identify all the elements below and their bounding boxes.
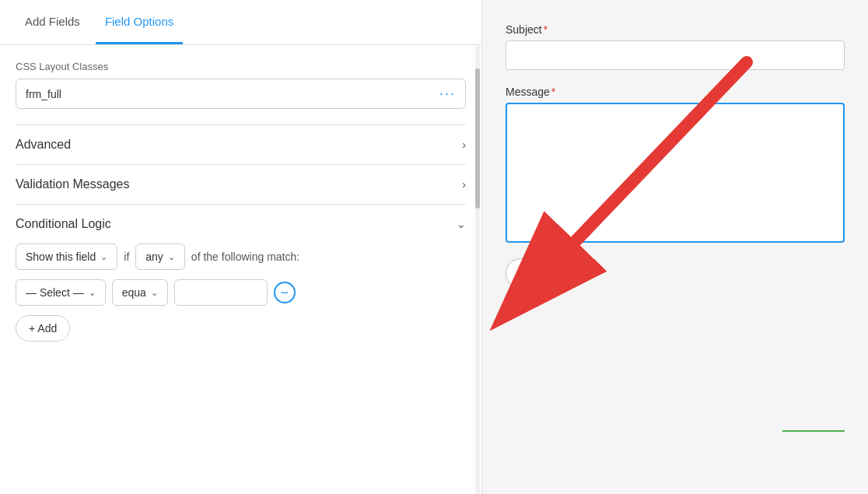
scrollbar-thumb [475, 68, 480, 208]
condition-value-input[interactable] [174, 279, 268, 306]
add-label: + Add [29, 322, 57, 335]
minus-icon: − [281, 286, 289, 300]
conditional-header: Conditional Logic ⌄ [16, 217, 466, 231]
add-condition-button[interactable]: + Add [16, 315, 70, 342]
css-section-label: CSS Layout Classes [16, 61, 466, 72]
any-dropdown[interactable]: any ⌄ [135, 243, 185, 270]
show-field-dropdown[interactable]: Show this field ⌄ [16, 243, 117, 270]
green-underline-decoration [782, 430, 845, 432]
conditional-row-1: Show this field ⌄ if any ⌄ of the follow… [16, 243, 466, 270]
conditional-logic-section: Conditional Logic ⌄ Show this field ⌄ if… [16, 204, 466, 342]
subject-required-star: * [544, 23, 548, 36]
chevron-down-any: ⌄ [168, 252, 175, 262]
conditional-row-2: — Select — ⌄ equa ⌄ − [16, 279, 466, 306]
subject-input[interactable] [506, 40, 845, 70]
select-dropdown[interactable]: — Select — ⌄ [16, 279, 106, 306]
message-label: Message* [506, 86, 845, 98]
left-panel: Add Fields Field Options CSS Layout Clas… [0, 0, 482, 494]
if-text: if [124, 251, 129, 263]
select-label: — Select — [26, 286, 84, 299]
chevron-down-select: ⌄ [89, 288, 96, 298]
red-arrow-annotation [482, 0, 868, 494]
remove-condition-button[interactable]: − [274, 282, 296, 303]
chevron-right-icon-validation: › [462, 178, 466, 191]
chevron-down-equals: ⌄ [151, 288, 158, 298]
any-label: any [145, 251, 163, 263]
accordion-validation[interactable]: Validation Messages › [16, 164, 466, 204]
tab-add-fields[interactable]: Add Fields [16, 1, 89, 44]
panel-content: CSS Layout Classes frm_full ··· Advanced… [0, 45, 481, 494]
equals-dropdown[interactable]: equa ⌄ [112, 279, 168, 306]
tab-field-options[interactable]: Field Options [96, 1, 183, 44]
conditional-logic-label: Conditional Logic [16, 217, 111, 231]
subject-field-group: Subject* [506, 23, 845, 70]
message-textarea[interactable] [506, 103, 845, 243]
equals-label: equa [122, 286, 146, 299]
dots-icon[interactable]: ··· [439, 86, 456, 102]
validation-label: Validation Messages [16, 177, 129, 191]
tabs-bar: Add Fields Field Options [0, 0, 481, 45]
css-input-value: frm_full [26, 88, 439, 100]
chevron-down-icon-conditional[interactable]: ⌄ [457, 218, 466, 230]
message-required-star: * [551, 86, 555, 98]
advanced-label: Advanced [16, 138, 71, 152]
match-text: of the following match: [191, 251, 299, 263]
scrollbar[interactable] [475, 45, 480, 494]
chevron-right-icon-advanced: › [462, 138, 466, 151]
chevron-down-show-field: ⌄ [100, 252, 107, 262]
accordion-advanced[interactable]: Advanced › [16, 124, 466, 164]
subject-label: Subject* [506, 23, 845, 36]
show-field-label: Show this field [26, 251, 96, 263]
css-input-wrapper: frm_full ··· [16, 79, 466, 109]
right-panel: Subject* Message* Submit [482, 0, 868, 494]
message-field-group: Message* [506, 86, 845, 243]
submit-button[interactable]: Submit [506, 258, 581, 289]
